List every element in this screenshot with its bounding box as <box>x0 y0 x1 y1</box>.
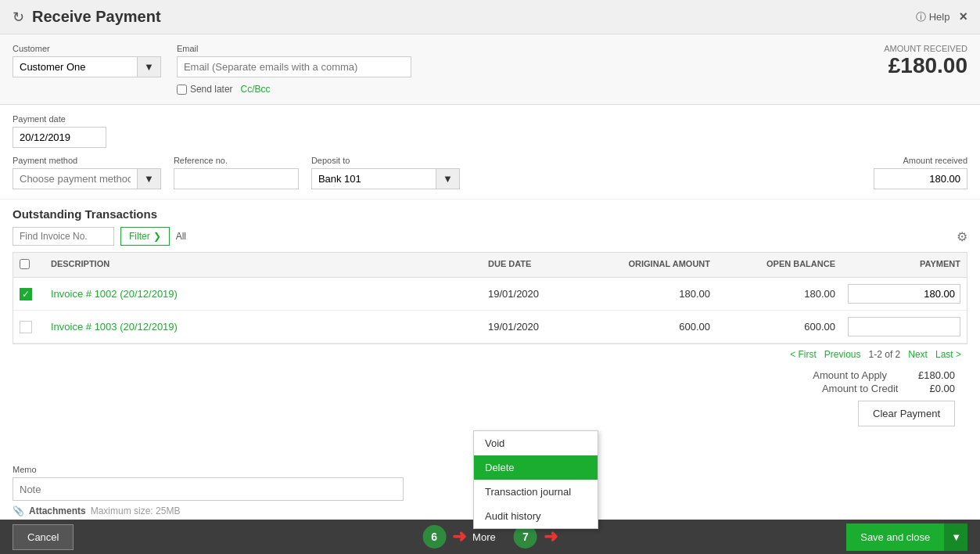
payment-method-field-group: Payment method ▼ <box>13 156 161 189</box>
row2-checkbox[interactable] <box>20 321 32 333</box>
cancel-button[interactable]: Cancel <box>13 524 74 550</box>
top-section: Customer Customer One ▼ Email Send later <box>0 34 980 105</box>
email-field-group: Email Send later Cc/Bcc <box>177 44 868 95</box>
deposit-to-label: Deposit to <box>311 156 460 165</box>
row1-original-amount: 180.00 <box>591 282 716 306</box>
row2-description: Invoice # 1003 (20/12/2019) <box>45 315 482 339</box>
row2-due-date: 19/01/2020 <box>482 315 591 339</box>
save-and-close-button[interactable]: Save and close <box>846 523 944 551</box>
save-close-dropdown-arrow[interactable]: ▼ <box>944 523 967 551</box>
outstanding-transactions-section: Outstanding Transactions Filter ❯ All ⚙ … <box>0 200 980 465</box>
payment-row2: Payment method ▼ Reference no. Deposit t… <box>13 156 967 189</box>
memo-input[interactable] <box>13 477 404 501</box>
gear-icon[interactable]: ⚙ <box>957 229 967 244</box>
amount-received-section: AMOUNT RECEIVED £180.00 <box>884 44 967 78</box>
amount-to-credit-value: £0.00 <box>929 383 955 394</box>
col-open-balance: OPEN BALANCE <box>716 253 842 277</box>
payment-date-input[interactable] <box>13 127 106 148</box>
deposit-to-arrow[interactable]: ▼ <box>436 168 460 189</box>
page-title: Receive Payment <box>32 8 161 26</box>
amount-received-input[interactable] <box>874 168 967 189</box>
amount-to-apply-label: Amount to Apply <box>813 369 887 381</box>
amount-received-input-wrap: Amount received <box>874 156 967 189</box>
email-input[interactable] <box>177 56 411 77</box>
row1-payment-input[interactable] <box>848 284 960 304</box>
payment-method-arrow[interactable]: ▼ <box>138 168 161 189</box>
select-all-checkbox[interactable] <box>20 259 30 269</box>
header: ↻ Receive Payment ⓘ Help × <box>0 0 980 34</box>
help-circle-icon: ⓘ <box>916 10 926 24</box>
pagination: < First Previous 1-2 of 2 Next Last > <box>13 344 967 365</box>
previous-link[interactable]: Previous <box>824 349 861 360</box>
close-button[interactable]: × <box>959 9 967 25</box>
payment-method-input[interactable] <box>13 168 138 189</box>
amount-received-label: AMOUNT RECEIVED <box>884 44 967 53</box>
outstanding-transactions-title: Outstanding Transactions <box>13 207 967 221</box>
row2-checkbox-cell <box>13 315 45 340</box>
row1-checkbox[interactable]: ✓ <box>20 288 32 300</box>
more-button[interactable]: More <box>472 531 496 543</box>
row2-original-amount: 600.00 <box>591 315 716 339</box>
row2-invoice-link[interactable]: Invoice # 1003 (20/12/2019) <box>51 321 178 333</box>
header-left: ↻ Receive Payment <box>13 8 161 26</box>
header-right: ⓘ Help × <box>916 9 967 25</box>
email-extras: Send later Cc/Bcc <box>177 84 868 95</box>
row1-checkbox-cell: ✓ <box>13 282 45 307</box>
last-link[interactable]: Last > <box>935 349 961 360</box>
col-original-amount: ORIGINAL AMOUNT <box>591 253 716 277</box>
customer-label: Customer <box>13 44 161 53</box>
first-link[interactable]: < First <box>790 349 817 360</box>
row2-payment-input[interactable] <box>848 317 960 336</box>
table-row: ✓ Invoice # 1002 (20/12/2019) 19/01/2020… <box>13 278 967 311</box>
reference-no-field-group: Reference no. <box>174 156 299 189</box>
filter-row: Filter ❯ All ⚙ <box>13 227 967 246</box>
send-later-label: Send later <box>177 84 233 95</box>
step6-badge: 6 <box>422 525 446 549</box>
reference-no-input[interactable] <box>174 168 299 189</box>
deposit-to-field-group: Deposit to ▼ <box>311 156 460 189</box>
help-button[interactable]: ⓘ Help <box>916 10 950 24</box>
amount-to-credit-row: Amount to Credit £0.00 <box>822 383 955 394</box>
row1-due-date: 19/01/2020 <box>482 282 591 306</box>
customer-dropdown-arrow[interactable]: ▼ <box>138 56 161 77</box>
amount-received-field-label: Amount received <box>874 156 967 165</box>
context-menu-void[interactable]: Void <box>474 431 598 455</box>
context-menu-transaction-journal[interactable]: Transaction journal <box>474 480 598 504</box>
row1-payment-cell <box>842 278 967 310</box>
col-description: DESCRIPTION <box>45 253 482 277</box>
page-info: 1-2 of 2 <box>869 349 901 360</box>
save-close-wrap: Save and close ▼ <box>846 523 967 551</box>
col-due-date: DUE DATE <box>482 253 591 277</box>
summary-section: Amount to Apply £180.00 Amount to Credit… <box>13 365 967 431</box>
paperclip-icon: 📎 <box>13 505 24 516</box>
filter-arrow-icon: ❯ <box>153 231 161 242</box>
row1-open-balance: 180.00 <box>716 282 842 306</box>
customer-field-group: Customer Customer One ▼ <box>13 44 161 77</box>
amount-received-value: £180.00 <box>884 53 967 78</box>
deposit-to-input[interactable] <box>311 168 436 189</box>
payment-method-label: Payment method <box>13 156 161 165</box>
row2-payment-cell <box>842 311 967 343</box>
step6-arrow-icon: ➜ <box>452 527 466 547</box>
payment-method-wrap: ▼ <box>13 168 161 189</box>
clear-payment-button[interactable]: Clear Payment <box>858 401 955 426</box>
col-payment: PAYMENT <box>842 253 967 277</box>
amount-to-apply-row: Amount to Apply £180.00 <box>813 369 955 381</box>
row1-invoice-link[interactable]: Invoice # 1002 (20/12/2019) <box>51 288 178 300</box>
receive-payment-window: ↻ Receive Payment ⓘ Help × Customer Cust… <box>0 0 980 554</box>
customer-select[interactable]: Customer One <box>13 56 138 77</box>
all-label: All <box>176 231 186 242</box>
step7-arrow-icon: ➜ <box>544 527 558 547</box>
context-menu-audit-history[interactable]: Audit history <box>474 504 598 528</box>
find-invoice-input[interactable] <box>13 227 114 246</box>
receive-payment-icon: ↻ <box>13 9 24 26</box>
context-menu-delete[interactable]: Delete <box>474 455 598 480</box>
col-checkbox <box>13 253 45 277</box>
send-later-checkbox[interactable] <box>177 85 187 95</box>
cc-bcc-link[interactable]: Cc/Bcc <box>241 84 271 95</box>
reference-no-label: Reference no. <box>174 156 299 165</box>
filter-button[interactable]: Filter ❯ <box>120 227 170 246</box>
max-size-label: Maximum size: 25MB <box>91 505 181 516</box>
row1-description: Invoice # 1002 (20/12/2019) <box>45 282 482 306</box>
next-link[interactable]: Next <box>908 349 928 360</box>
